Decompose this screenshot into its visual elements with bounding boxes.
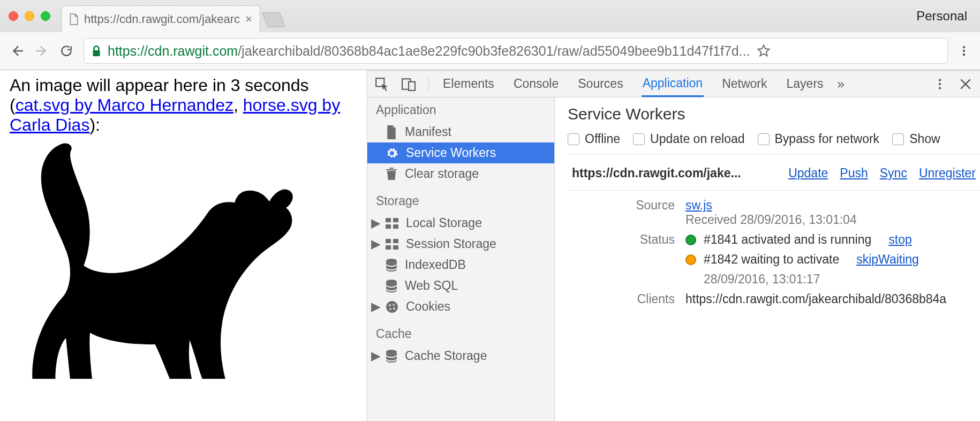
sidebar-item-service-workers[interactable]: Service Workers (367, 142, 554, 163)
browser-chrome: https://cdn.rawgit.com/jakearc × Persona… (0, 0, 980, 70)
svg-point-9 (939, 87, 941, 89)
status-dot-waiting (685, 254, 696, 265)
sidebar-item-manifest[interactable]: Manifest (367, 122, 554, 142)
panel-title: Service Workers (568, 105, 980, 123)
svg-point-22 (393, 304, 394, 305)
forward-button[interactable] (34, 43, 49, 58)
reload-button[interactable] (59, 43, 74, 58)
sidebar-item-cookies[interactable]: ▶Cookies (367, 296, 554, 317)
status-label: Status (568, 232, 675, 287)
sidebar-item-cache-storage[interactable]: ▶Cache Storage (367, 345, 554, 366)
stop-link[interactable]: stop (888, 232, 911, 247)
svg-point-19 (386, 280, 397, 284)
checkbox-icon (892, 133, 904, 145)
close-window-button[interactable] (9, 11, 18, 21)
db-icon (386, 350, 397, 363)
storage-icon (386, 218, 398, 229)
action-sync[interactable]: Sync (880, 166, 907, 181)
new-tab-button[interactable] (262, 12, 285, 27)
db-icon (386, 280, 397, 292)
svg-point-23 (393, 307, 395, 310)
browser-menu-button[interactable] (958, 44, 970, 57)
profile-label[interactable]: Personal (916, 9, 967, 24)
sidebar-group-title: Cache (367, 321, 554, 345)
page-text: An image will appear here in 3 seconds (… (10, 76, 357, 134)
option-offline[interactable]: Offline (568, 132, 620, 146)
devtools-tab-network[interactable]: Network (721, 71, 768, 97)
option-bypass-for-network[interactable]: Bypass for network (758, 132, 880, 146)
url-text: https://cdn.rawgit.com/jakearchibald/803… (108, 43, 750, 59)
svg-point-21 (389, 304, 391, 306)
devtools-tab-elements[interactable]: Elements (442, 71, 495, 97)
svg-point-1 (963, 46, 965, 48)
url-input[interactable]: https://cdn.rawgit.com/jakearchibald/803… (84, 38, 948, 64)
browser-tab[interactable]: https://cdn.rawgit.com/jakearc × (61, 5, 260, 32)
svg-rect-6 (409, 81, 415, 90)
action-update[interactable]: Update (788, 166, 828, 181)
svg-point-24 (390, 308, 391, 310)
sidebar-item-label: Service Workers (406, 146, 496, 160)
svg-point-20 (386, 301, 398, 313)
bookmark-star-icon[interactable] (757, 44, 771, 58)
content-row: An image will appear here in 3 seconds (… (0, 70, 980, 421)
option-update-on-reload[interactable]: Update on reload (633, 132, 744, 146)
skipwaiting-link[interactable]: skipWaiting (856, 252, 919, 267)
sidebar-item-indexeddb[interactable]: IndexedDB (367, 254, 554, 275)
back-button[interactable] (10, 43, 25, 58)
sidebar-item-local-storage[interactable]: ▶Local Storage (367, 213, 554, 234)
sidebar-item-session-storage[interactable]: ▶Session Storage (367, 234, 554, 254)
minimize-window-button[interactable] (25, 11, 34, 21)
doc-icon (386, 125, 397, 139)
link-cat[interactable]: cat.svg by Marco Hernandez (16, 95, 233, 115)
sidebar-item-label: IndexedDB (405, 258, 466, 272)
lock-icon (92, 45, 101, 57)
svg-rect-10 (386, 218, 391, 222)
devtools-close-button[interactable] (959, 77, 973, 91)
sidebar-item-clear-storage[interactable]: Clear storage (367, 163, 554, 184)
window-controls (9, 11, 61, 21)
worker-origin: https://cdn.rawgit.com/jake... (572, 166, 741, 181)
devtools-tab-layers[interactable]: Layers (786, 71, 825, 97)
source-link[interactable]: sw.js (685, 198, 712, 212)
status-row-2: #1842 waiting to activate skipWaiting (685, 252, 980, 267)
svg-rect-0 (93, 50, 100, 56)
tab-close-button[interactable]: × (245, 12, 252, 26)
maximize-window-button[interactable] (41, 11, 50, 21)
storage-icon (386, 239, 398, 250)
devtools-tab-bar: ElementsConsoleSourcesApplicationNetwork… (367, 71, 980, 97)
action-unregister[interactable]: Unregister (919, 166, 976, 181)
sidebar-item-label: Cache Storage (405, 349, 487, 363)
devtools-tab-sources[interactable]: Sources (577, 71, 624, 97)
devtools-menu-button[interactable] (933, 77, 947, 91)
cookie-icon (386, 300, 398, 313)
panel-options: OfflineUpdate on reloadBypass for networ… (568, 132, 980, 154)
clients-value: https://cdn.rawgit.com/jakearchibald/803… (685, 292, 980, 306)
svg-point-3 (963, 54, 965, 56)
source-label: Source (568, 198, 675, 227)
db-icon (386, 259, 397, 272)
svg-point-18 (386, 259, 397, 263)
checkbox-icon (758, 133, 770, 145)
tabs-overflow-button[interactable]: » (838, 77, 846, 92)
clients-label: Clients (568, 292, 675, 306)
svg-point-7 (939, 79, 941, 81)
devtools-tab-application[interactable]: Application (642, 71, 704, 97)
sidebar-item-label: Web SQL (405, 279, 458, 293)
sidebar-item-label: Local Storage (406, 216, 482, 230)
svg-rect-12 (386, 224, 391, 229)
sidebar-group-title: Application (367, 97, 554, 122)
devtools: ElementsConsoleSourcesApplicationNetwork… (367, 70, 980, 421)
svg-point-8 (939, 82, 941, 85)
svg-rect-15 (393, 239, 398, 243)
expand-arrow-icon: ▶ (373, 299, 379, 314)
page-viewport: An image will appear here in 3 seconds (… (0, 70, 367, 421)
action-push[interactable]: Push (840, 166, 868, 181)
inspect-icon[interactable] (375, 77, 389, 91)
svg-point-2 (963, 50, 965, 52)
devtools-tab-console[interactable]: Console (512, 71, 560, 97)
gear-icon (386, 147, 398, 160)
option-show[interactable]: Show (892, 132, 940, 146)
device-toggle-icon[interactable] (402, 77, 416, 91)
service-workers-panel: Service Workers OfflineUpdate on reloadB… (555, 97, 980, 421)
sidebar-item-web-sql[interactable]: Web SQL (367, 275, 554, 296)
